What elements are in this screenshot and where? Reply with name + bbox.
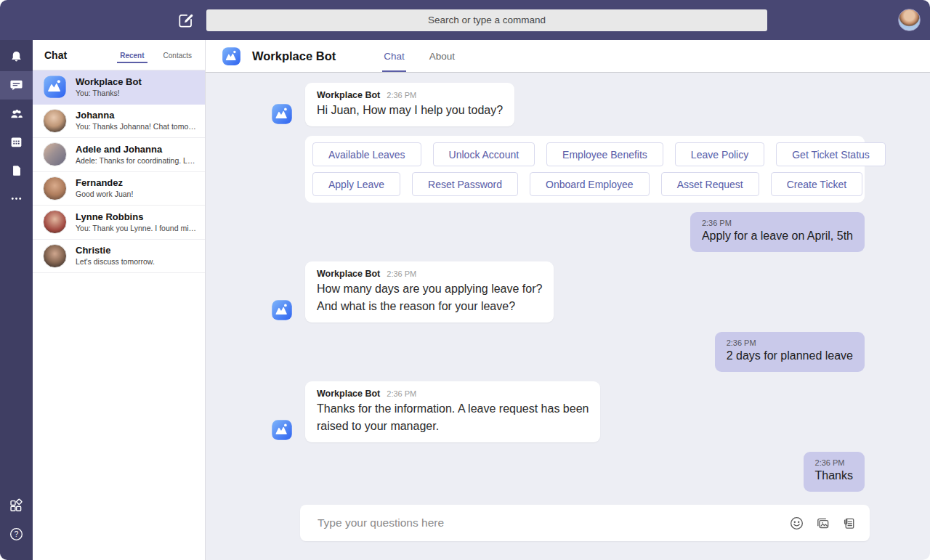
quick-reply-button[interactable]: Asset Request [661, 172, 759, 196]
chat-item-name: Johanna [76, 110, 198, 121]
profile-avatar[interactable] [898, 9, 921, 31]
new-chat-icon[interactable] [176, 10, 196, 31]
quick-reply-button[interactable]: Leave Policy [675, 142, 764, 166]
message-time: 2:36 PM [727, 338, 853, 347]
chat-item-preview: Good work Juan! [76, 189, 133, 199]
chat-list-tabs: Recent Contacts [120, 42, 192, 68]
chat-item-name: Lynne Robbins [76, 211, 198, 223]
composer-icons [789, 516, 857, 531]
tab-about[interactable]: About [428, 40, 456, 72]
avatar [43, 176, 67, 200]
quick-reply-button[interactable]: Reset Password [412, 172, 518, 196]
rail-teams-icon[interactable] [0, 100, 33, 128]
bot-message-bubble: Workplace Bot 2:36 PM Hi Juan, How may I… [305, 83, 514, 126]
chat-item-preview: You: Thanks! [76, 88, 142, 98]
user-message-bubble: 2:36 PM 2 days for planned leave [715, 332, 865, 372]
chat-item-name: Adele and Johanna [76, 144, 198, 155]
user-message-bubble: 2:36 PM Thanks [804, 452, 865, 492]
conversation-pane: Workplace Bot Chat About Workplace Bot 2… [206, 40, 930, 560]
tab-chat[interactable]: Chat [382, 40, 406, 72]
workplace-bot-avatar [271, 419, 293, 441]
bot-message-group: Workplace Bot 2:36 PM Thanks for the inf… [271, 381, 865, 442]
quick-replies-row-1: Available Leaves Unlock Account Employee… [312, 142, 857, 166]
message-time: 2:36 PM [387, 89, 416, 102]
message-header: Workplace Bot 2:36 PM [317, 388, 589, 400]
bot-message-bubble: Workplace Bot 2:36 PM How many days are … [305, 261, 554, 322]
tab-recent[interactable]: Recent [120, 42, 144, 68]
app-rail: ? [0, 40, 33, 560]
chat-list-item-workplace-bot[interactable]: Workplace Bot You: Thanks! [33, 70, 205, 105]
bot-message-group: Workplace Bot 2:36 PM Hi Juan, How may I… [271, 83, 865, 126]
svg-text:?: ? [15, 529, 19, 538]
quick-reply-button[interactable]: Onboard Employee [530, 172, 650, 196]
rail-calendar-icon[interactable] [0, 128, 33, 156]
tab-contacts[interactable]: Contacts [163, 42, 192, 68]
quick-replies-row-2: Apply Leave Reset Password Onboard Emplo… [312, 172, 857, 196]
chat-item-name: Fernandez [76, 177, 133, 189]
message-time: 2:36 PM [815, 458, 853, 467]
chat-item-preview: You: Thank you Lynne. I found minor... [76, 223, 198, 233]
message-sender: Workplace Bot [317, 388, 380, 400]
conversation-header: Workplace Bot Chat About [206, 40, 930, 73]
chat-list-header: Chat Recent Contacts [33, 40, 205, 70]
message-sender: Workplace Bot [317, 268, 380, 280]
avatar [43, 244, 67, 268]
chat-list-item-adele-and-johanna[interactable]: Adele and Johanna Adele: Thanks for coor… [33, 138, 205, 172]
message-composer [300, 505, 870, 541]
chat-item-preview: Let's discuss tomorrow. [76, 256, 155, 267]
avatar [43, 142, 67, 166]
emoji-icon[interactable] [789, 516, 804, 531]
app-window: ? Chat Recent Contacts Workplace Bot You… [0, 0, 930, 560]
chat-list-item-lynne-robbins[interactable]: Lynne Robbins You: Thank you Lynne. I fo… [33, 206, 205, 240]
message-text: Thanks [815, 467, 853, 484]
chat-list-item-johanna[interactable]: Johanna You: Thanks Johanna! Chat tomorr… [33, 105, 205, 139]
conversation-tabs: Chat About [382, 40, 456, 72]
message-text: Thanks for the information. A leave requ… [317, 400, 589, 435]
top-bar [0, 0, 930, 40]
quick-reply-button[interactable]: Unlock Account [433, 142, 535, 166]
message-time: 2:36 PM [387, 268, 416, 280]
message-text: Hi Juan, How may I help you today? [317, 102, 503, 119]
message-area: Workplace Bot 2:36 PM Hi Juan, How may I… [206, 73, 930, 560]
message-text: How many days are you applying leave for… [317, 280, 542, 315]
rail-chat-icon[interactable] [0, 71, 33, 100]
chat-list-item-christie[interactable]: Christie Let's discuss tomorrow. [33, 240, 205, 274]
bot-message-bubble: Workplace Bot 2:36 PM Thanks for the inf… [305, 381, 600, 442]
quick-reply-button[interactable]: Apply Leave [312, 172, 400, 196]
user-message-bubble: 2:36 PM Apply for a leave on April, 5th [690, 212, 865, 252]
quick-reply-button[interactable]: Employee Benefits [546, 142, 663, 166]
workplace-bot-avatar [271, 299, 293, 321]
chat-item-name: Christie [76, 245, 155, 256]
chat-list-title: Chat [44, 49, 67, 61]
chat-item-name: Workplace Bot [76, 76, 142, 88]
message-time: 2:36 PM [387, 388, 416, 400]
workplace-bot-avatar [271, 103, 293, 125]
message-sender: Workplace Bot [317, 89, 380, 102]
chat-list-panel: Chat Recent Contacts Workplace Bot You: … [33, 40, 206, 560]
rail-notifications-icon[interactable] [0, 43, 33, 71]
sticker-icon[interactable] [841, 516, 857, 531]
bot-message-group: Workplace Bot 2:36 PM How many days are … [271, 261, 865, 322]
rail-apps-icon[interactable] [0, 492, 33, 520]
avatar [43, 210, 67, 234]
workplace-bot-icon [43, 75, 67, 99]
quick-reply-button[interactable]: Get Ticket Status [776, 142, 886, 166]
quick-reply-button[interactable]: Create Ticket [771, 172, 862, 196]
conversation-title: Workplace Bot [252, 49, 336, 63]
message-text: Apply for a leave on April, 5th [702, 227, 853, 245]
quick-replies-card: Available Leaves Unlock Account Employee… [305, 136, 865, 203]
chat-item-preview: You: Thanks Johanna! Chat tomorrow. [76, 121, 198, 131]
rail-bottom: ? [0, 492, 33, 560]
message-text: 2 days for planned leave [727, 347, 853, 365]
message-input[interactable] [316, 516, 789, 530]
message-time: 2:36 PM [702, 219, 853, 227]
gif-picker-icon[interactable] [815, 516, 830, 531]
chat-list-item-fernandez[interactable]: Fernandez Good work Juan! [33, 172, 205, 206]
message-header: Workplace Bot 2:36 PM [317, 268, 542, 280]
rail-files-icon[interactable] [0, 156, 33, 184]
rail-help-icon[interactable]: ? [0, 520, 33, 548]
rail-more-icon[interactable] [0, 184, 33, 213]
quick-reply-button[interactable]: Available Leaves [312, 142, 421, 166]
avatar [43, 109, 67, 133]
search-input[interactable] [206, 9, 767, 31]
